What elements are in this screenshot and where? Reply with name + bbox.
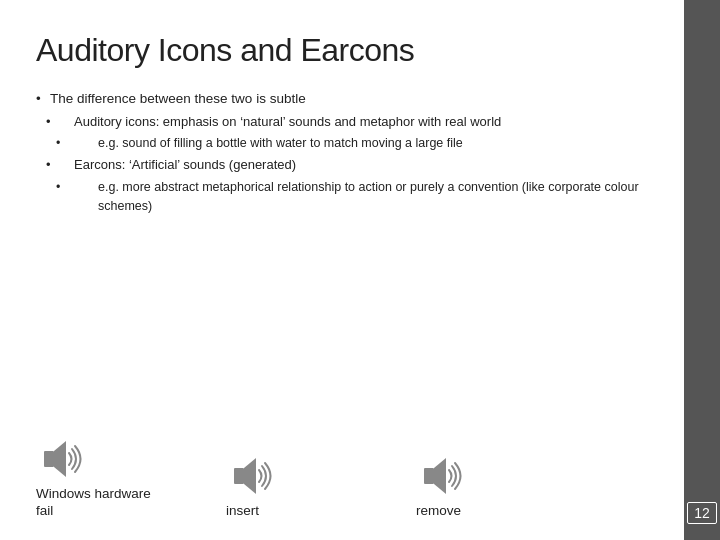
- audio-item-windows-fail: Windows hardwarefail: [36, 433, 226, 520]
- svg-rect-4: [424, 468, 434, 484]
- audio-label-3: remove: [416, 502, 461, 520]
- svg-marker-1: [54, 441, 66, 477]
- bullet-item-3: e.g. sound of filling a bottle with wate…: [56, 134, 648, 153]
- sidebar: 12: [684, 0, 720, 540]
- audio-section: Windows hardwarefail insert remove: [36, 415, 648, 520]
- svg-rect-2: [234, 468, 244, 484]
- bullet-item-4: Earcons: ‘Artificial’ sounds (generated): [46, 155, 648, 175]
- slide-number: 12: [687, 502, 717, 524]
- bullet-item-2: Auditory icons: emphasis on ‘natural’ so…: [46, 112, 648, 132]
- speaker-icon-2[interactable]: [226, 450, 282, 502]
- svg-marker-5: [434, 458, 446, 494]
- audio-item-remove: remove: [416, 450, 606, 520]
- audio-label-2: insert: [226, 502, 259, 520]
- slide-content: Auditory Icons and Earcons The differenc…: [0, 0, 684, 540]
- bullet-item-1: The difference between these two is subt…: [36, 89, 648, 110]
- audio-item-insert: insert: [226, 450, 416, 520]
- bullet-list: The difference between these two is subt…: [36, 89, 648, 218]
- svg-rect-0: [44, 451, 54, 467]
- speaker-icon-1[interactable]: [36, 433, 92, 485]
- audio-label-1: Windows hardwarefail: [36, 485, 151, 520]
- slide-title: Auditory Icons and Earcons: [36, 32, 648, 69]
- svg-marker-3: [244, 458, 256, 494]
- bullet-item-5: e.g. more abstract metaphorical relation…: [56, 178, 648, 217]
- speaker-icon-3[interactable]: [416, 450, 472, 502]
